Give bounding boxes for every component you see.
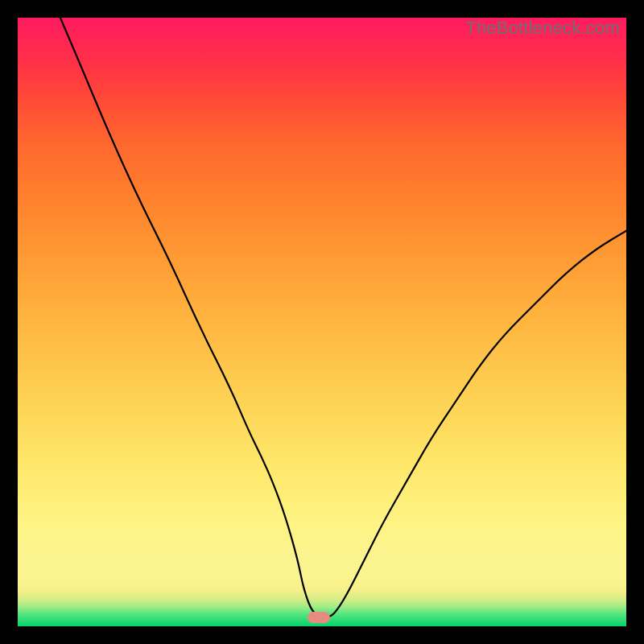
chart-container: TheBottleneck.com <box>0 0 644 644</box>
plot-area: TheBottleneck.com <box>18 18 626 626</box>
curve-svg <box>18 18 626 626</box>
bottleneck-curve <box>60 18 626 617</box>
optimum-marker <box>308 612 330 623</box>
